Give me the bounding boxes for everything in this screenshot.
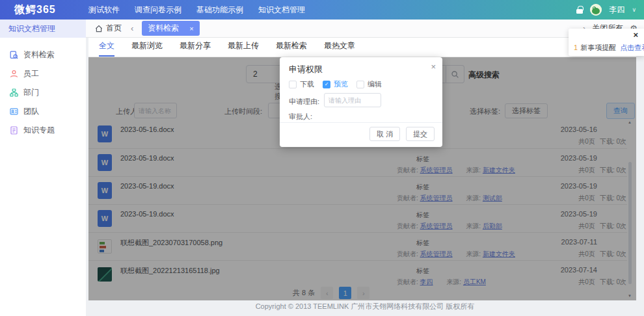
team-icon — [10, 107, 18, 116]
close-dialog-icon[interactable]: × — [431, 62, 436, 72]
checkbox-label: 编辑 — [368, 79, 382, 89]
tab-label: 资料检索 — [148, 23, 179, 34]
top-menu-item[interactable]: 基础功能示例 — [196, 5, 243, 16]
sidebar: 知识文档管理 资料检索 员工 部门 — [0, 20, 86, 316]
home-icon — [95, 25, 103, 33]
close-tab-icon[interactable]: × — [189, 25, 193, 33]
dialog-title: 申请权限 — [289, 64, 323, 75]
apply-permission-dialog: 申请权限 × 下载 ✓ 预览 编辑 申请理由: 审批人: 取 消 提交 — [280, 57, 442, 147]
tab-hot-articles[interactable]: 最热文章 — [324, 40, 355, 57]
document-search-icon — [10, 51, 18, 59]
notification-row: 1新事项提醒 点击查看 — [574, 43, 644, 53]
permission-checkbox-group: 下载 ✓ 预览 编辑 — [289, 79, 382, 89]
tab-recent-searches[interactable]: 最新检索 — [276, 40, 307, 57]
app-window: 微鳄365 测试软件 调查问卷示例 基础功能示例 知识文档管理 李四 ∨ — [0, 0, 644, 316]
tab-recent-uploads[interactable]: 最新上传 — [228, 40, 259, 57]
checkbox-label: 预览 — [334, 79, 348, 89]
sidebar-item-employees[interactable]: 员工 — [0, 64, 86, 83]
checkbox-download[interactable]: 下载 — [289, 79, 314, 89]
topbar-right: 李四 ∨ — [576, 0, 636, 20]
sidebar-item-teams[interactable]: 团队 — [0, 102, 86, 121]
close-notification-icon[interactable]: × — [633, 30, 638, 40]
checkbox-icon — [356, 81, 364, 88]
dialog-divider — [280, 122, 442, 123]
top-menu-item[interactable]: 调查问卷示例 — [135, 5, 181, 16]
home-tab-label: 首页 — [106, 23, 122, 34]
app-logo: 微鳄365 — [0, 3, 86, 17]
tab-data-search[interactable]: 资料检索 × — [142, 21, 199, 36]
scrollbar[interactable]: ▲ ▼ — [627, 120, 633, 298]
tab-recent-views[interactable]: 最新浏览 — [131, 40, 163, 57]
sidebar-header: 知识文档管理 — [0, 20, 86, 38]
dialog-buttons: 取 消 提交 — [369, 127, 435, 141]
notification-popup: × 1新事项提醒 点击查看 — [569, 29, 644, 56]
submit-button[interactable]: 提交 — [406, 127, 435, 141]
sidebar-item-label: 部门 — [23, 87, 39, 98]
content-tabs: 全文 最新浏览 最新分享 最新上传 最新检索 最热文章 — [88, 38, 636, 57]
tab-bar: 首页 ‹ 资料检索 × › 关闭所有 ⚙ — [86, 20, 644, 38]
user-name[interactable]: 李四 — [609, 5, 624, 16]
reason-input[interactable] — [324, 93, 381, 107]
tab-recent-shares[interactable]: 最新分享 — [180, 40, 211, 57]
sidebar-item-label: 员工 — [23, 68, 39, 79]
tab-scroll-left-icon[interactable]: ‹ — [131, 23, 133, 33]
scroll-down-icon[interactable]: ▼ — [628, 294, 632, 298]
checkbox-label: 下载 — [300, 79, 314, 89]
chevron-down-icon[interactable]: ∨ — [632, 7, 636, 13]
sidebar-item-knowledge-topics[interactable]: 知识专题 — [0, 121, 86, 140]
home-tab[interactable]: 首页 — [95, 23, 122, 34]
top-menu-item[interactable]: 测试软件 — [88, 5, 120, 16]
lock-icon[interactable] — [576, 9, 583, 14]
notification-count: 1 — [574, 44, 578, 51]
sidebar-item-label: 团队 — [23, 106, 39, 117]
reason-label: 申请理由: — [289, 97, 319, 107]
sidebar-item-label: 知识专题 — [23, 125, 55, 136]
checkbox-checked-icon: ✓ — [323, 81, 330, 88]
sidebar-menu: 资料检索 员工 部门 团队 — [0, 38, 86, 140]
footer-copyright: Copyright © 2013 TEEMLINK 广州市天翎网络科技有限公司 … — [86, 302, 644, 311]
sidebar-item-departments[interactable]: 部门 — [0, 83, 86, 102]
tab-fulltext[interactable]: 全文 — [99, 40, 114, 57]
sidebar-item-document-search[interactable]: 资料检索 — [0, 46, 86, 64]
org-icon — [10, 88, 18, 97]
notification-text: 新事项提醒 — [580, 44, 616, 51]
approver-label: 审批人: — [289, 112, 312, 122]
top-menu-item[interactable]: 知识文档管理 — [258, 5, 305, 16]
checkbox-icon — [289, 81, 297, 88]
topbar: 微鳄365 测试软件 调查问卷示例 基础功能示例 知识文档管理 李四 ∨ — [0, 0, 644, 20]
checkbox-edit[interactable]: 编辑 — [356, 79, 382, 89]
sidebar-item-label: 资料检索 — [23, 49, 55, 60]
notification-view-link[interactable]: 点击查看 — [620, 44, 644, 51]
top-menu: 测试软件 调查问卷示例 基础功能示例 知识文档管理 — [88, 5, 305, 16]
cancel-button[interactable]: 取 消 — [369, 127, 400, 141]
person-icon — [10, 70, 18, 78]
topic-doc-icon — [10, 126, 18, 135]
checkbox-preview[interactable]: ✓ 预览 — [323, 79, 348, 89]
scrollbar-thumb[interactable] — [628, 162, 632, 284]
scroll-up-icon[interactable]: ▲ — [628, 120, 632, 124]
avatar[interactable] — [590, 4, 602, 16]
